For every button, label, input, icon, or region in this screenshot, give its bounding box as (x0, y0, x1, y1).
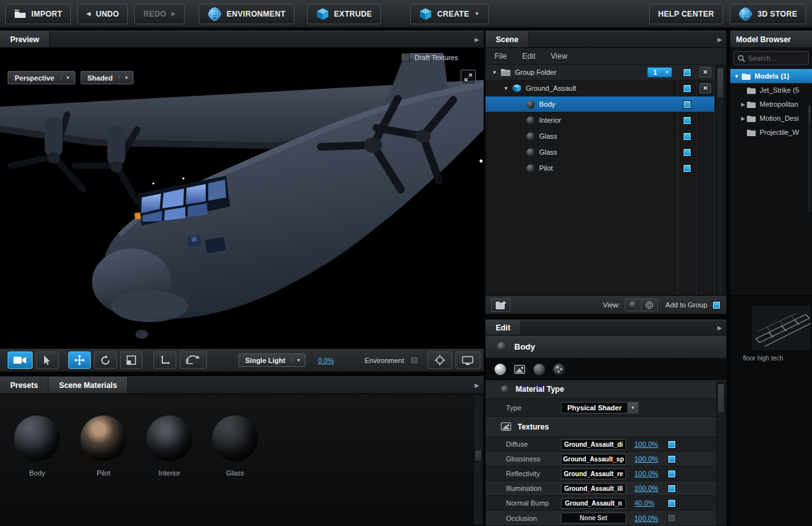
visibility-checkbox[interactable] (683, 148, 691, 157)
visibility-checkbox[interactable] (683, 68, 691, 77)
scene-row-ground-assault[interactable]: ▼ Ground_Assault ✕ (486, 81, 714, 97)
rotation-pivot-button[interactable] (180, 352, 207, 369)
maximize-viewport-button[interactable] (461, 70, 476, 85)
visibility-checkbox[interactable] (683, 132, 691, 141)
panel-collapse-icon[interactable]: ▶ (717, 36, 722, 43)
browser-row-motion-design[interactable]: ▶ Motion_Desi (730, 111, 812, 125)
draft-textures-checkbox[interactable] (401, 53, 410, 61)
texture-map-button[interactable]: Ground_Assault_re (561, 468, 626, 479)
expander-right-icon[interactable]: ▶ (739, 102, 747, 107)
tab-edit[interactable]: Edit (486, 320, 521, 335)
scrollbar-thumb[interactable] (717, 383, 724, 413)
import-button[interactable]: IMPORT (5, 4, 71, 24)
edit-scrollbar[interactable] (716, 382, 726, 525)
material-swatch-body[interactable]: Body (11, 415, 63, 477)
texture-enabled-checkbox[interactable] (668, 470, 676, 478)
scene-row-group-folder[interactable]: ▼ Group Folder 1 ▼ ✕ (486, 65, 714, 81)
material-type-section-header[interactable]: Material Type (486, 380, 726, 399)
scene-row-body[interactable]: Body (486, 97, 714, 112)
visibility-checkbox[interactable] (683, 116, 691, 125)
texture-map-button[interactable]: Ground_Assault_ill (561, 483, 626, 494)
menu-edit[interactable]: Edit (522, 52, 535, 61)
panel-collapse-icon[interactable]: ▶ (717, 325, 722, 331)
light-mode-dropdown[interactable]: Single Light ▼ (238, 353, 305, 367)
scene-scrollbar[interactable] (716, 66, 725, 294)
3d-viewport[interactable]: Draft Textures Perspective ▼ Shaded ▼ (0, 48, 484, 348)
visibility-checkbox[interactable] (683, 100, 691, 109)
tab-presets[interactable]: Presets (0, 377, 49, 393)
camera-tool-button[interactable] (8, 352, 33, 369)
reflection-channel-icon[interactable] (533, 364, 545, 375)
texture-map-button[interactable]: Ground_Assault_di (561, 439, 626, 450)
basic-channel-icon[interactable] (494, 364, 506, 375)
scrollbar-thumb[interactable] (808, 105, 811, 125)
texture-enabled-checkbox[interactable] (668, 440, 676, 449)
material-swatch-glass[interactable]: Glass (210, 415, 261, 477)
group-count-dropdown[interactable]: 1 ▼ (647, 67, 672, 77)
texture-percent-link[interactable]: 100.0% (634, 470, 668, 477)
perspective-dropdown[interactable]: Perspective ▼ (8, 71, 75, 84)
store-button[interactable]: 3D STORE (730, 4, 806, 24)
expander-right-icon[interactable]: ▶ (739, 116, 747, 121)
texture-percent-link[interactable]: 100.0% (634, 514, 668, 522)
browser-row-jet-strike[interactable]: Jet_Strike (5 (730, 83, 812, 97)
scene-row-pilot[interactable]: Pilot (486, 160, 714, 176)
redo-button[interactable]: REDO ▶ (134, 4, 184, 24)
visibility-checkbox[interactable] (683, 84, 691, 93)
browser-row-models-root[interactable]: ▼ Models (1) (730, 69, 812, 83)
delete-model-button[interactable]: ✕ (700, 83, 711, 93)
axis-mode-button[interactable] (153, 352, 176, 369)
scene-row-glass-2[interactable]: Glass (486, 144, 714, 160)
texture-percent-link[interactable]: 100.0% (634, 440, 668, 448)
menu-view[interactable]: View (551, 52, 567, 61)
texture-enabled-checkbox[interactable] (668, 484, 676, 493)
expander-down-icon[interactable]: ▼ (502, 86, 510, 91)
add-to-group-checkbox[interactable] (712, 301, 721, 309)
expander-down-icon[interactable]: ▼ (491, 70, 498, 75)
center-view-button[interactable] (427, 352, 452, 369)
panel-collapse-icon[interactable]: ▶ (475, 382, 479, 389)
delete-group-button[interactable]: ✕ (700, 67, 711, 77)
scene-row-interior[interactable]: Interior (486, 112, 714, 128)
textures-section-header[interactable]: Textures (486, 417, 726, 437)
texture-map-button[interactable]: Ground_Assault_sp (561, 454, 626, 465)
texture-map-button[interactable]: Ground_Assault_n (561, 498, 626, 509)
material-swatch-interior[interactable]: Interior (144, 415, 195, 477)
texture-percent-link[interactable]: 40.0% (634, 499, 668, 507)
visibility-checkbox[interactable] (683, 164, 691, 173)
texture-percent-link[interactable]: 100.0% (634, 484, 668, 492)
scene-row-glass-1[interactable]: Glass (486, 128, 714, 144)
browser-row-projectile-weapons[interactable]: Projectile_W (730, 125, 812, 139)
browser-scrollbar[interactable] (807, 104, 812, 213)
search-input[interactable] (748, 54, 804, 62)
undo-button[interactable]: ◀ UNDO (77, 4, 128, 24)
scrollbar-thumb[interactable] (475, 450, 482, 461)
view-wireframe-button[interactable] (641, 298, 658, 311)
model-thumbnail[interactable] (752, 306, 811, 350)
environment-checkbox[interactable] (410, 356, 418, 364)
extrude-button[interactable]: EXTRUDE (307, 4, 381, 24)
view-shaded-button[interactable] (625, 298, 641, 311)
scrollbar-thumb[interactable] (717, 68, 724, 98)
scale-tool-button[interactable] (120, 352, 143, 369)
texture-enabled-checkbox[interactable] (668, 514, 676, 522)
create-button[interactable]: CREATE ▼ (410, 4, 488, 24)
textures-channel-icon[interactable] (514, 365, 525, 374)
help-center-button[interactable]: HELP CENTER (649, 4, 723, 24)
light-percent-link[interactable]: 0.0% (318, 357, 334, 364)
select-tool-button[interactable] (36, 352, 59, 369)
materials-scrollbar[interactable] (473, 394, 483, 525)
shading-dropdown[interactable]: Shaded ▼ (80, 71, 134, 84)
tab-scene[interactable]: Scene (486, 31, 529, 47)
new-group-button[interactable] (491, 298, 510, 312)
material-swatch-pilot[interactable]: Pilot (78, 415, 129, 477)
texture-percent-link[interactable]: 100.0% (634, 455, 668, 463)
tab-scene-materials[interactable]: Scene Materials (49, 377, 128, 393)
shader-type-dropdown[interactable]: Physical Shader ▼ (561, 402, 638, 414)
browser-row-metropolitan[interactable]: ▶ Metropolitan (730, 97, 812, 111)
move-tool-button[interactable] (68, 352, 91, 369)
texture-enabled-checkbox[interactable] (668, 499, 676, 507)
texture-enabled-checkbox[interactable] (668, 455, 676, 463)
environment-button[interactable]: ENVIRONMENT (199, 4, 295, 24)
panel-collapse-icon[interactable]: ▶ (475, 36, 479, 43)
